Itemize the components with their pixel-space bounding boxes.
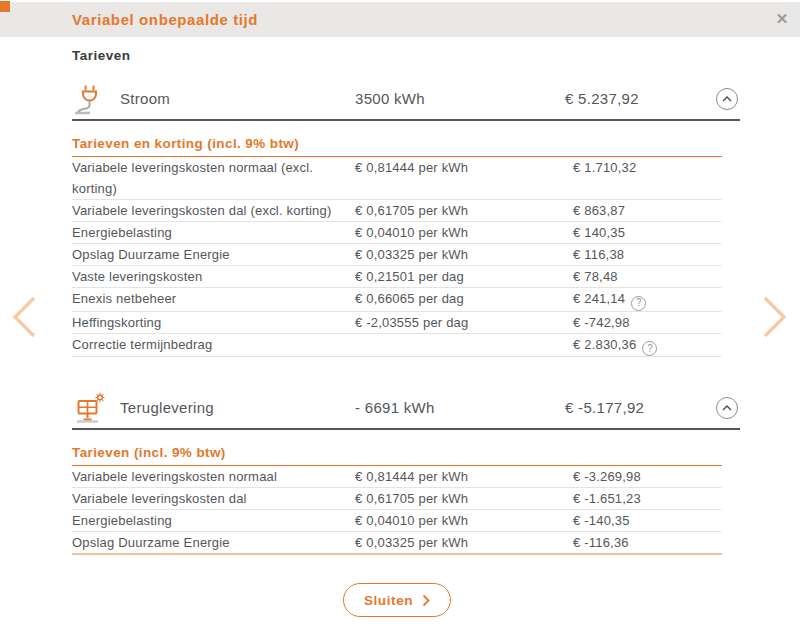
section-total: € 5.237,92 — [565, 90, 714, 107]
modal-header: Variabel onbepaalde tijd ✕ — [0, 2, 800, 37]
tariff-row: Correctie termijnbedrag€ 2.830,36? — [72, 334, 722, 358]
row-amount: € 78,48 — [573, 266, 722, 287]
row-label: Variabele leveringskosten dal (excl. kor… — [72, 200, 355, 221]
row-label: Variabele leveringskosten dal — [72, 488, 355, 509]
row-amount-value: € -3.269,98 — [573, 469, 641, 484]
collapse-toggle[interactable] — [716, 397, 738, 419]
tariff-row: Energiebelasting€ 0,04010 per kWh€ -140,… — [72, 510, 722, 532]
stroom-summary-row: Stroom 3500 kWh € 5.237,92 — [72, 78, 740, 121]
table-heading: Tarieven (incl. 9% btw) — [72, 445, 722, 466]
tariff-row: Variabele leveringskosten dal (excl. kor… — [72, 200, 722, 222]
row-amount-value: € -140,35 — [573, 513, 630, 528]
row-amount-value: € 1.710,32 — [573, 160, 636, 175]
row-label: Correctie termijnbedrag — [72, 334, 355, 355]
table-heading: Tarieven en korting (incl. 9% btw) — [72, 136, 722, 157]
tariff-row: Energiebelasting€ 0,04010 per kWh€ 140,3… — [72, 222, 722, 244]
row-label: Enexis netbeheer — [72, 288, 355, 309]
tariff-row: Heffingskorting€ -2,03555 per dag€ -742,… — [72, 312, 722, 334]
row-rate: € 0,03325 per kWh — [355, 244, 573, 265]
modal-title: Variabel onbepaalde tijd — [72, 2, 258, 37]
tariff-table-teruglevering: Variabele leveringskosten normaal€ 0,814… — [72, 466, 722, 555]
row-amount-value: € -1.651,23 — [573, 491, 641, 506]
collapse-toggle[interactable] — [716, 88, 738, 110]
row-label: Opslag Duurzame Energie — [72, 532, 355, 553]
row-amount: € 863,87 — [573, 200, 722, 221]
row-amount: € 241,14? — [573, 288, 722, 311]
row-rate: € 0,61705 per kWh — [355, 200, 573, 221]
chevron-left-icon — [11, 295, 37, 339]
row-amount-value: € 140,35 — [573, 225, 625, 240]
row-label: Heffingskorting — [72, 312, 355, 333]
row-label: Vaste leveringskosten — [72, 266, 355, 287]
row-label: Variabele leveringskosten normaal — [72, 466, 355, 487]
modal-content: Tarieven Stroom 3500 kWh € 5.237,92 Tari… — [72, 37, 740, 617]
row-amount-value: € 241,14 — [573, 291, 625, 306]
close-icon[interactable]: ✕ — [773, 10, 791, 28]
page-heading: Tarieven — [72, 48, 740, 63]
row-amount: € -3.269,98 — [573, 466, 722, 487]
prev-arrow[interactable] — [11, 295, 37, 339]
tariff-row: Opslag Duurzame Energie€ 0,03325 per kWh… — [72, 532, 722, 555]
row-amount-value: € -742,98 — [573, 315, 630, 330]
chevron-right-icon — [762, 295, 788, 339]
section-teruglevering: Teruglevering - 6691 kWh € -5.177,92 Tar… — [72, 387, 740, 555]
accent-corner — [0, 1, 10, 12]
row-amount: € 1.710,32 — [573, 157, 722, 178]
section-usage: 3500 kWh — [355, 90, 565, 107]
row-label: Opslag Duurzame Energie — [72, 244, 355, 265]
row-amount-value: € 863,87 — [573, 203, 625, 218]
next-arrow[interactable] — [762, 295, 788, 339]
tariff-row: Vaste leveringskosten€ 0,21501 per dag€ … — [72, 266, 722, 288]
tariff-table-stroom: Variabele leveringskosten normaal (excl.… — [72, 157, 722, 357]
row-amount: € -1.651,23 — [573, 488, 722, 509]
plug-icon — [72, 81, 108, 117]
tariff-row: Variabele leveringskosten normaal€ 0,814… — [72, 466, 722, 488]
row-rate: € 0,03325 per kWh — [355, 532, 573, 553]
section-total: € -5.177,92 — [565, 399, 714, 416]
row-amount-value: € -116,36 — [573, 535, 629, 550]
modal-footer: Sluiten — [72, 583, 722, 617]
row-amount-value: € 116,38 — [573, 247, 624, 262]
row-rate: € 0,21501 per dag — [355, 266, 573, 287]
row-rate: € -2,03555 per dag — [355, 312, 573, 333]
section-stroom: Stroom 3500 kWh € 5.237,92 Tarieven en k… — [72, 78, 740, 357]
tariff-row: Opslag Duurzame Energie€ 0,03325 per kWh… — [72, 244, 722, 266]
chevron-up-icon — [722, 405, 732, 411]
row-amount: € -140,35 — [573, 510, 722, 531]
section-name: Teruglevering — [120, 399, 355, 416]
tariff-row: Enexis netbeheer€ 0,66065 per dag€ 241,1… — [72, 288, 722, 312]
row-amount: € 116,38 — [573, 244, 722, 265]
row-amount: € 140,35 — [573, 222, 722, 243]
row-rate: € 0,04010 per kWh — [355, 222, 573, 243]
row-amount: € -742,98 — [573, 312, 722, 333]
help-icon[interactable]: ? — [642, 341, 657, 356]
section-name: Stroom — [120, 90, 355, 107]
row-label: Energiebelasting — [72, 222, 355, 243]
help-icon[interactable]: ? — [631, 296, 646, 311]
row-rate: € 0,81444 per kWh — [355, 466, 573, 487]
row-rate: € 0,04010 per kWh — [355, 510, 573, 531]
chevron-up-icon — [722, 96, 732, 102]
row-rate: € 0,81444 per kWh — [355, 157, 573, 178]
row-label: Variabele leveringskosten normaal (excl.… — [72, 157, 355, 199]
row-amount-value: € 78,48 — [573, 269, 618, 284]
tariff-row: Variabele leveringskosten normaal (excl.… — [72, 157, 722, 200]
row-amount-value: € 2.830,36 — [573, 337, 636, 352]
row-amount: € 2.830,36? — [573, 334, 722, 357]
tariff-row: Variabele leveringskosten dal€ 0,61705 p… — [72, 488, 722, 510]
row-rate: € 0,61705 per kWh — [355, 488, 573, 509]
row-label: Energiebelasting — [72, 510, 355, 531]
row-rate: € 0,66065 per dag — [355, 288, 573, 309]
solar-panel-icon — [72, 390, 108, 426]
teruglevering-summary-row: Teruglevering - 6691 kWh € -5.177,92 — [72, 387, 740, 430]
section-usage: - 6691 kWh — [355, 399, 565, 416]
chevron-right-icon — [422, 594, 430, 607]
row-amount: € -116,36 — [573, 532, 722, 553]
sluiten-button[interactable]: Sluiten — [343, 583, 451, 617]
sluiten-label: Sluiten — [364, 593, 413, 608]
